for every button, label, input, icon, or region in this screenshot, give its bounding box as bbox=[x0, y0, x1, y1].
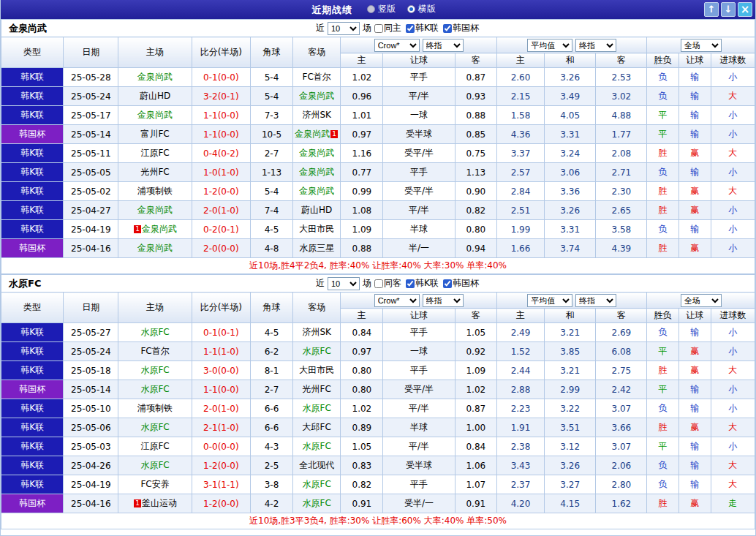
odds-group-header: Crow* 终指 bbox=[341, 292, 497, 309]
handicap-cell: 平手 bbox=[383, 68, 455, 87]
odds-home-cell: 0.91 bbox=[341, 494, 383, 513]
same-venue-label: 同客 bbox=[384, 277, 401, 290]
match-row: 韩K联25-05-17金泉尚武1-1(0-0)7-3济州SK1.01一球0.88… bbox=[1, 106, 755, 125]
avg-away-cell: 6.08 bbox=[596, 342, 647, 361]
page-title: 近期战绩 bbox=[311, 4, 352, 15]
avg-home-cell: 2.57 bbox=[496, 163, 544, 182]
handicap-result-cell: 赢 bbox=[678, 201, 711, 220]
handicap-result-cell: 输 bbox=[678, 163, 711, 182]
col-date-header: 日期 bbox=[64, 37, 118, 68]
league-k-checkbox[interactable]: 韩K联 bbox=[406, 22, 439, 34]
team-name: 浦项制铁 bbox=[137, 186, 173, 196]
same-venue-label: 同主 bbox=[384, 22, 401, 34]
corner-cell: 6-6 bbox=[250, 399, 292, 418]
home-team-cell: 1釜山运动 bbox=[118, 494, 192, 513]
avg-home-cell: 2.51 bbox=[496, 201, 544, 220]
date-cell: 25-04-19 bbox=[64, 220, 118, 239]
view-option-vertical[interactable]: 竖版 bbox=[367, 3, 396, 15]
same-venue-checkbox-input[interactable] bbox=[374, 24, 383, 33]
match-count-select[interactable]: 10 bbox=[328, 22, 360, 35]
goals-cell: 小 bbox=[711, 68, 755, 87]
avg-time-select[interactable]: 终指 bbox=[575, 294, 616, 307]
view-option-horizontal[interactable]: 横版 bbox=[407, 3, 436, 15]
same-venue-checkbox[interactable]: 同主 bbox=[374, 22, 401, 34]
home-team-cell: 浦项制铁 bbox=[118, 399, 192, 418]
close-button[interactable]: × bbox=[738, 2, 752, 17]
corner-cell: 4-5 bbox=[250, 220, 292, 239]
result-cell: 胜 bbox=[647, 201, 678, 220]
avg-source-select[interactable]: 平均值 bbox=[527, 294, 572, 307]
section-header: 金泉尚武 近 10 场 同主 韩K联 韩国杯 bbox=[1, 19, 755, 37]
date-cell: 25-05-06 bbox=[64, 418, 118, 437]
goals-cell: 小 bbox=[711, 201, 755, 220]
team-name: 全北现代 bbox=[299, 460, 334, 470]
scope-select[interactable]: 全场 bbox=[681, 39, 722, 52]
team-section: 金泉尚武 近 10 场 同主 韩K联 韩国杯 类型 日期 主场 bbox=[1, 19, 755, 274]
same-venue-checkbox-input[interactable] bbox=[374, 279, 383, 288]
team-name: 江原FC bbox=[140, 148, 169, 158]
radio-unselected-icon bbox=[367, 5, 375, 13]
sub-avg-draw-header: 和 bbox=[545, 309, 596, 323]
away-team-cell: FC首尔 bbox=[293, 68, 341, 87]
move-down-button[interactable]: ↓ bbox=[721, 2, 736, 17]
score-cell: 1-0(1-0) bbox=[192, 163, 250, 182]
odds-source-select[interactable]: Crow* bbox=[374, 294, 420, 307]
handicap-cell: 受半球 bbox=[383, 456, 455, 475]
league-cup-checkbox-input[interactable] bbox=[443, 24, 452, 33]
move-up-button[interactable]: ↑ bbox=[704, 2, 719, 17]
corner-cell: 7-4 bbox=[250, 201, 292, 220]
avg-source-select[interactable]: 平均值 bbox=[527, 39, 572, 52]
away-team-cell: 水原FC bbox=[293, 494, 341, 513]
league-k-checkbox[interactable]: 韩K联 bbox=[406, 277, 439, 290]
odds-home-cell: 1.02 bbox=[341, 68, 383, 87]
avg-draw-cell: 3.12 bbox=[545, 437, 596, 456]
score-cell: 2-0(1-0) bbox=[192, 399, 250, 418]
handicap-cell: 受平/半 bbox=[383, 380, 455, 399]
league-cup-checkbox[interactable]: 韩国杯 bbox=[443, 277, 479, 290]
same-venue-checkbox[interactable]: 同客 bbox=[374, 277, 401, 290]
scope-select[interactable]: 全场 bbox=[681, 294, 722, 307]
league-k-checkbox-input[interactable] bbox=[406, 24, 415, 33]
odds-away-cell: 1.06 bbox=[455, 456, 496, 475]
avg-draw-cell: 3.26 bbox=[545, 68, 596, 87]
avg-time-select[interactable]: 终指 bbox=[575, 39, 616, 52]
match-row: 韩K联25-05-28金泉尚武0-1(0-0)5-4FC首尔1.02平手0.87… bbox=[1, 68, 755, 87]
goals-cell: 小 bbox=[711, 239, 755, 258]
team-name: 水原FC bbox=[303, 346, 331, 356]
odds-time-select[interactable]: 终指 bbox=[423, 294, 464, 307]
handicap-cell: 受半/一 bbox=[383, 494, 455, 513]
goals-cell: 小 bbox=[711, 125, 755, 144]
league-cell: 韩K联 bbox=[1, 399, 64, 418]
home-team-cell: 蔚山HD bbox=[118, 87, 192, 106]
odds-time-select[interactable]: 终指 bbox=[423, 39, 464, 52]
handicap-cell: 平/半 bbox=[383, 87, 455, 106]
corner-cell: 5-4 bbox=[250, 182, 292, 201]
team-name: 水原FC bbox=[140, 460, 169, 470]
goals-cell: 小 bbox=[711, 342, 755, 361]
odds-source-select[interactable]: Crow* bbox=[374, 39, 420, 52]
handicap-cell: 平手 bbox=[383, 323, 455, 342]
home-team-cell: 1金泉尚武 bbox=[118, 220, 192, 239]
odds-home-cell: 0.96 bbox=[341, 87, 383, 106]
league-cup-checkbox[interactable]: 韩国杯 bbox=[443, 22, 479, 34]
match-count-select[interactable]: 10 bbox=[328, 277, 360, 290]
sub-home-header: 主 bbox=[341, 309, 383, 323]
score-cell: 1-2(0-0) bbox=[192, 494, 250, 513]
goals-cell: 小 bbox=[711, 106, 755, 125]
league-k-checkbox-input[interactable] bbox=[406, 279, 415, 288]
score-cell: 0-4(0-2) bbox=[192, 144, 250, 163]
league-k-label: 韩K联 bbox=[415, 22, 439, 34]
sub-away-header: 客 bbox=[455, 53, 496, 68]
avg-draw-cell: 3.26 bbox=[545, 201, 596, 220]
league-cell: 韩K联 bbox=[1, 182, 64, 201]
sub-goals-header: 进球数 bbox=[711, 53, 755, 68]
odds-away-cell: 0.82 bbox=[455, 201, 496, 220]
view-option-horizontal-label: 横版 bbox=[418, 3, 436, 15]
team-name: FC首尔 bbox=[140, 346, 169, 356]
avg-home-cell: 1.91 bbox=[496, 418, 544, 437]
avg-draw-cell: 3.74 bbox=[545, 239, 596, 258]
avg-away-cell: 3.58 bbox=[596, 220, 647, 239]
avg-home-cell: 1.58 bbox=[496, 106, 544, 125]
league-cup-checkbox-input[interactable] bbox=[443, 279, 452, 288]
away-team-cell: 金泉尚武 bbox=[293, 144, 341, 163]
